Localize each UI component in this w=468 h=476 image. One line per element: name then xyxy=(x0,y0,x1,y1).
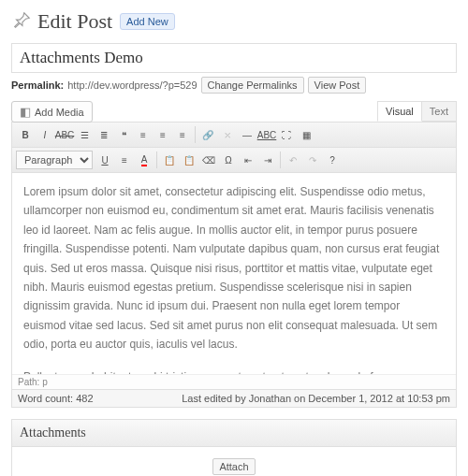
undo-button[interactable]: ↶ xyxy=(284,151,302,169)
kitchensink-button[interactable]: ▦ xyxy=(297,125,315,144)
format-select[interactable]: Paragraph xyxy=(16,151,93,169)
permalink-row: Permalink: http://dev.wordpress/?p=529 C… xyxy=(11,77,457,94)
indent-button[interactable]: ⇥ xyxy=(258,151,277,169)
outdent-button[interactable]: ⇤ xyxy=(239,151,257,169)
bullets-button[interactable]: ☰ xyxy=(75,125,94,144)
word-count: Word count: 482 xyxy=(18,393,94,404)
status-bar: Word count: 482 Last edited by Jonathan … xyxy=(12,389,456,407)
numbers-button[interactable]: ≣ xyxy=(95,125,113,144)
align-justify-button[interactable]: ≡ xyxy=(115,151,134,169)
link-button[interactable]: 🔗 xyxy=(198,125,217,144)
fullscreen-button[interactable]: ⛶ xyxy=(277,125,296,144)
attachments-header[interactable]: Attachments xyxy=(12,420,456,447)
bold-button[interactable]: B xyxy=(16,125,35,144)
tab-text[interactable]: Text xyxy=(421,101,457,122)
page-title: Edit Post xyxy=(37,9,112,34)
align-left-button[interactable]: ≡ xyxy=(134,125,153,144)
post-title-input[interactable] xyxy=(11,43,457,73)
permalink-label: Permalink: xyxy=(11,79,64,91)
path-bar: Path: p xyxy=(12,374,456,389)
camera-icon: ◧ xyxy=(20,105,31,119)
content-paragraph: Pellentesque habitant morbi tristique se… xyxy=(23,368,445,374)
paste-word-button[interactable]: 📋 xyxy=(180,151,198,169)
toolbar-row-1: B I ABC ☰ ≣ ❝ ≡ ≡ ≡ 🔗 ⤫ ― ABC ⛶ ▦ xyxy=(12,123,456,148)
align-center-button[interactable]: ≡ xyxy=(154,125,172,144)
text-color-button[interactable]: A xyxy=(135,151,154,169)
change-permalinks-button[interactable]: Change Permalinks xyxy=(201,77,304,94)
italic-button[interactable]: I xyxy=(36,125,54,144)
add-new-button[interactable]: Add New xyxy=(120,13,175,30)
help-button[interactable]: ? xyxy=(323,151,342,169)
editor: B I ABC ☰ ≣ ❝ ≡ ≡ ≡ 🔗 ⤫ ― ABC ⛶ ▦ Paragr… xyxy=(11,122,457,408)
char-button[interactable]: Ω xyxy=(219,151,238,169)
add-media-button[interactable]: ◧ Add Media xyxy=(11,101,93,123)
last-edited: Last edited by Jonathan on December 1, 2… xyxy=(182,393,450,404)
unlink-button[interactable]: ⤫ xyxy=(218,125,237,144)
redo-button[interactable]: ↷ xyxy=(303,151,322,169)
attach-button[interactable]: Attach xyxy=(212,458,255,475)
underline-button[interactable]: U xyxy=(95,151,114,169)
attachments-metabox: Attachments Attach xyxy=(11,419,457,476)
tab-visual[interactable]: Visual xyxy=(377,101,422,122)
content-paragraph: Lorem ipsum dolor sit amet, consectetur … xyxy=(23,182,445,354)
spell-button[interactable]: ABC xyxy=(257,125,276,144)
add-media-label: Add Media xyxy=(35,107,84,118)
paste-text-button[interactable]: 📋 xyxy=(160,151,179,169)
more-button[interactable]: ― xyxy=(238,125,256,144)
quote-button[interactable]: ❝ xyxy=(114,125,133,144)
editor-content[interactable]: Lorem ipsum dolor sit amet, consectetur … xyxy=(12,173,456,374)
strike-button[interactable]: ABC xyxy=(55,125,74,144)
align-right-button[interactable]: ≡ xyxy=(173,125,192,144)
clear-format-button[interactable]: ⌫ xyxy=(199,151,218,169)
permalink-url: http://dev.wordpress/?p=529 xyxy=(67,79,197,91)
pin-icon xyxy=(11,10,32,34)
view-post-button[interactable]: View Post xyxy=(308,77,367,94)
toolbar-row-2: Paragraph U ≡ A 📋 📋 ⌫ Ω ⇤ ⇥ ↶ ↷ ? xyxy=(12,148,456,173)
